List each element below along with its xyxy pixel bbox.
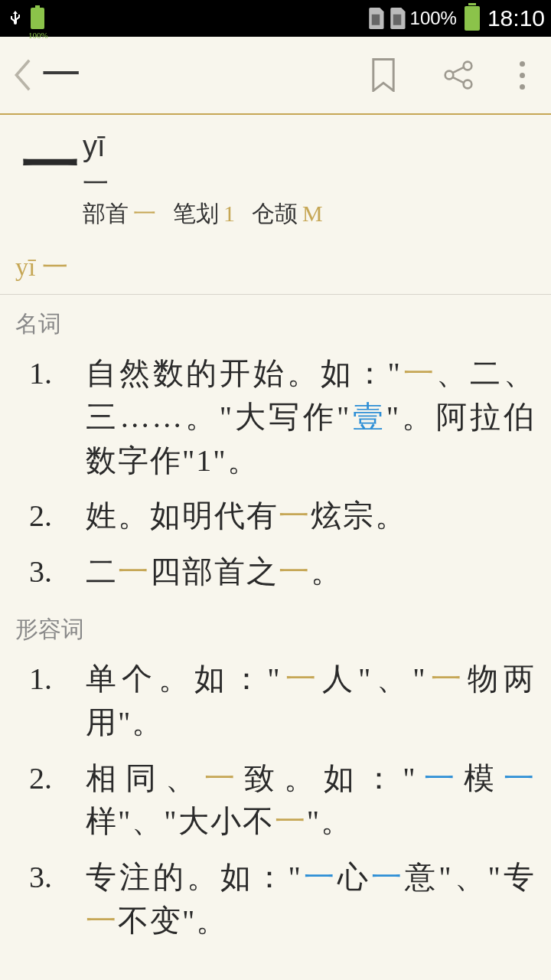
back-icon[interactable]: [11, 57, 37, 93]
cangjie-value: M: [302, 201, 323, 226]
svg-point-4: [464, 80, 472, 89]
pos-adj: 形容词: [15, 600, 536, 652]
bookmark-icon[interactable]: [370, 58, 397, 92]
sim-icon-2: [389, 8, 406, 29]
svg-point-2: [464, 62, 472, 70]
share-icon[interactable]: [443, 60, 474, 90]
pinyin: yī: [83, 130, 536, 163]
list-item: 相同、一致。如："一模一样"、"大小不一"。: [15, 751, 536, 851]
app-toolbar: 一: [0, 37, 551, 115]
stroke-label: 笔划: [173, 201, 219, 226]
battery-small-text: 100%: [28, 31, 48, 40]
svg-rect-1: [393, 15, 401, 25]
usb-icon: [6, 8, 24, 29]
radical-value: 一: [133, 201, 156, 226]
svg-rect-0: [371, 15, 380, 25]
sim-icon-1: [367, 8, 384, 29]
more-icon[interactable]: [520, 61, 525, 90]
pos-noun: 名词: [15, 295, 536, 346]
content-area: 名词 自然数的开始。如："一、二、三……。"大写作"壹"。阿拉伯数字作"1"。 …: [0, 295, 551, 949]
toolbar-title: 一: [41, 48, 81, 102]
entry-header: 一 yī 一 部首一 笔划1 仓颉M: [0, 115, 551, 240]
clock: 18:10: [487, 5, 545, 31]
battery-icon: [465, 6, 480, 31]
list-item: 专注的。如："一心一意"、"专一不变"。: [15, 850, 536, 949]
list-item: 单个。如："一人"、"一物两用"。: [15, 652, 536, 751]
battery-icon-small: [31, 8, 44, 29]
status-bar: 100% 100% 18:10: [0, 0, 551, 37]
headword-char: 一: [21, 130, 83, 230]
list-item: 姓。如明代有一炫宗。: [15, 488, 536, 544]
cangjie-label: 仓颉: [252, 201, 298, 226]
stroke-value: 1: [223, 201, 235, 226]
char-small: 一: [83, 166, 536, 189]
list-item: 自然数的开始。如："一、二、三……。"大写作"壹"。阿拉伯数字作"1"。: [15, 346, 536, 488]
radical-label: 部首: [83, 201, 129, 226]
pronunciation-line: yī 一: [0, 240, 551, 295]
noun-list: 自然数的开始。如："一、二、三……。"大写作"壹"。阿拉伯数字作"1"。 姓。如…: [15, 346, 536, 600]
list-item: 二一四部首之一。: [15, 544, 536, 600]
adj-list: 单个。如："一人"、"一物两用"。 相同、一致。如："一模一样"、"大小不一"。…: [15, 652, 536, 949]
battery-percent: 100%: [410, 8, 457, 29]
